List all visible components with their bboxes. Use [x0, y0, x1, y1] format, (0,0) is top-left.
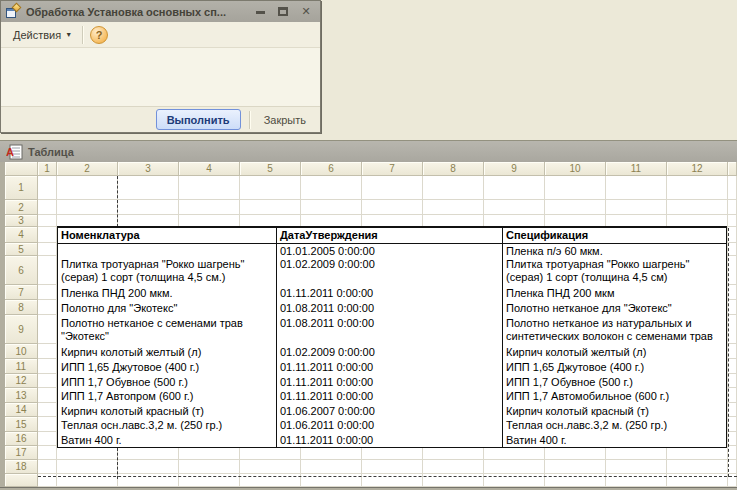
- nomenclature-cell[interactable]: Плитка тротуарная "Рокко шагрень" (серая…: [58, 257, 277, 286]
- date-cell[interactable]: 01.08.2011 0:00:00: [277, 301, 503, 316]
- grid-row-header[interactable]: 18: [5, 460, 38, 474]
- grid-row-header[interactable]: 4: [5, 227, 38, 243]
- date-cell[interactable]: 01.02.2009 0:00:00: [277, 345, 503, 360]
- grid-cell[interactable]: [484, 176, 545, 200]
- grid-cell[interactable]: [38, 446, 57, 460]
- nomenclature-cell[interactable]: Кирпич колотый желтый (л): [58, 345, 277, 360]
- nomenclature-cell[interactable]: ИПП 1,65 Джутовое (400 г.): [58, 360, 277, 375]
- nomenclature-cell[interactable]: Теплая осн.лавс.3,2 м. (250 гр.): [58, 418, 277, 433]
- grid-cell[interactable]: [301, 176, 362, 200]
- grid-cell[interactable]: [423, 460, 484, 474]
- dialog-titlebar[interactable]: Обработка Установка основных сп... ✕: [1, 1, 320, 22]
- grid-cell[interactable]: [728, 176, 737, 200]
- date-cell[interactable]: 01.11.2011 0:00:00: [277, 389, 503, 404]
- grid-row-header[interactable]: 11: [5, 359, 38, 374]
- grid-row-header[interactable]: 5: [5, 243, 38, 256]
- grid-cell[interactable]: [667, 460, 728, 474]
- grid-row-header[interactable]: 2: [5, 200, 38, 215]
- grid-cell[interactable]: [606, 446, 667, 460]
- grid-cell[interactable]: [728, 388, 737, 403]
- grid-column-header[interactable]: 7: [362, 162, 423, 176]
- grid-column-header[interactable]: [728, 162, 737, 176]
- grid-cell[interactable]: [38, 388, 57, 403]
- spec-cell[interactable]: Полотно нетканое из натуральных и синтет…: [503, 316, 726, 345]
- grid-column-header[interactable]: 4: [179, 162, 240, 176]
- grid-cell[interactable]: [667, 200, 728, 215]
- grid-row-header[interactable]: 8: [5, 300, 38, 315]
- spec-cell[interactable]: Ватин 400 г.: [503, 433, 726, 447]
- grid-cell[interactable]: [38, 243, 57, 256]
- grid-cell[interactable]: [728, 200, 737, 215]
- grid-row-header[interactable]: 15: [5, 417, 38, 432]
- grid-cell[interactable]: [38, 403, 57, 417]
- grid-column-header[interactable]: 1: [38, 162, 57, 176]
- grid-column-header[interactable]: 9: [484, 162, 545, 176]
- close-dialog-button[interactable]: Закрыть: [258, 111, 312, 129]
- grid-row-header[interactable]: 3: [5, 215, 38, 227]
- grid-cell[interactable]: [57, 460, 118, 474]
- grid-cell[interactable]: [118, 460, 179, 474]
- spec-cell[interactable]: Теплая осн.лавс.3,2 м. (250 гр.): [503, 418, 726, 433]
- grid-cell[interactable]: [423, 200, 484, 215]
- date-cell[interactable]: 01.06.2007 0:00:00: [277, 404, 503, 418]
- grid-row-header[interactable]: 7: [5, 285, 38, 300]
- date-cell[interactable]: 01.11.2011 0:00:00: [277, 360, 503, 375]
- grid-cell[interactable]: [57, 200, 118, 215]
- grid-row-header[interactable]: 13: [5, 388, 38, 403]
- grid-cell[interactable]: [484, 200, 545, 215]
- grid-cell[interactable]: [606, 176, 667, 200]
- grid-cell[interactable]: [728, 227, 737, 243]
- grid-cell[interactable]: [545, 200, 606, 215]
- nomenclature-cell[interactable]: Ватин 400 г.: [58, 433, 277, 447]
- nomenclature-cell[interactable]: [58, 244, 277, 257]
- grid-row-header[interactable]: 1: [5, 176, 38, 200]
- grid-cell[interactable]: [118, 176, 179, 200]
- grid-cell[interactable]: [728, 285, 737, 300]
- grid-cell[interactable]: [38, 200, 57, 215]
- column-header-nomenclature[interactable]: Номенклатура: [58, 228, 277, 243]
- grid-cell[interactable]: [240, 460, 301, 474]
- grid-cell[interactable]: [301, 446, 362, 460]
- spec-cell[interactable]: Кирпич колотый красный (т): [503, 404, 726, 418]
- nomenclature-cell[interactable]: Полотно нетканое с семенами трав "Экотек…: [58, 316, 277, 345]
- maximize-button[interactable]: [275, 1, 291, 22]
- table-titlebar[interactable]: A Таблица: [0, 140, 737, 162]
- grid-cell[interactable]: [38, 176, 57, 200]
- grid-cell[interactable]: [240, 200, 301, 215]
- grid-cell[interactable]: [57, 446, 118, 460]
- nomenclature-cell[interactable]: ИПП 1,7 Автопром (600 г.): [58, 389, 277, 404]
- grid-cell[interactable]: [728, 315, 737, 344]
- minimize-button[interactable]: [252, 1, 268, 22]
- actions-menu-button[interactable]: Действия ▼: [7, 26, 78, 44]
- grid-cell[interactable]: [38, 300, 57, 315]
- grid-column-header[interactable]: 10: [545, 162, 606, 176]
- grid-cell[interactable]: [545, 460, 606, 474]
- grid-cell[interactable]: [362, 446, 423, 460]
- grid-cell[interactable]: [728, 446, 737, 460]
- nomenclature-cell[interactable]: Полотно для "Экотекс": [58, 301, 277, 316]
- spec-cell[interactable]: Плитка тротуарная "Рокко шагрень" (серая…: [503, 257, 726, 286]
- grid-cell[interactable]: [728, 215, 737, 227]
- grid-cell[interactable]: [240, 176, 301, 200]
- grid-cell[interactable]: [362, 176, 423, 200]
- grid-cell[interactable]: [240, 446, 301, 460]
- grid-row-header[interactable]: 17: [5, 446, 38, 460]
- grid-column-header[interactable]: 5: [240, 162, 301, 176]
- grid-cell[interactable]: [362, 460, 423, 474]
- date-cell[interactable]: 01.11.2011 0:00:00: [277, 286, 503, 301]
- spec-cell[interactable]: Пленка п/э 60 мкм.: [503, 244, 726, 257]
- grid-cell[interactable]: [606, 200, 667, 215]
- grid-cell[interactable]: [423, 446, 484, 460]
- grid-cell[interactable]: [484, 460, 545, 474]
- nomenclature-cell[interactable]: ИПП 1,7 Обувное (500 г.): [58, 375, 277, 389]
- grid-column-header[interactable]: 3: [118, 162, 179, 176]
- grid-cell[interactable]: [38, 432, 57, 446]
- date-cell[interactable]: 01.01.2005 0:00:00: [277, 244, 503, 257]
- grid-cell[interactable]: [728, 359, 737, 374]
- column-header-specification[interactable]: Спецификация: [503, 228, 726, 243]
- help-icon[interactable]: ?: [90, 26, 108, 44]
- grid-cell[interactable]: [301, 460, 362, 474]
- grid-column-header[interactable]: 12: [667, 162, 728, 176]
- grid-cell[interactable]: [38, 285, 57, 300]
- column-header-approval-date[interactable]: ДатаУтверждения: [277, 228, 503, 243]
